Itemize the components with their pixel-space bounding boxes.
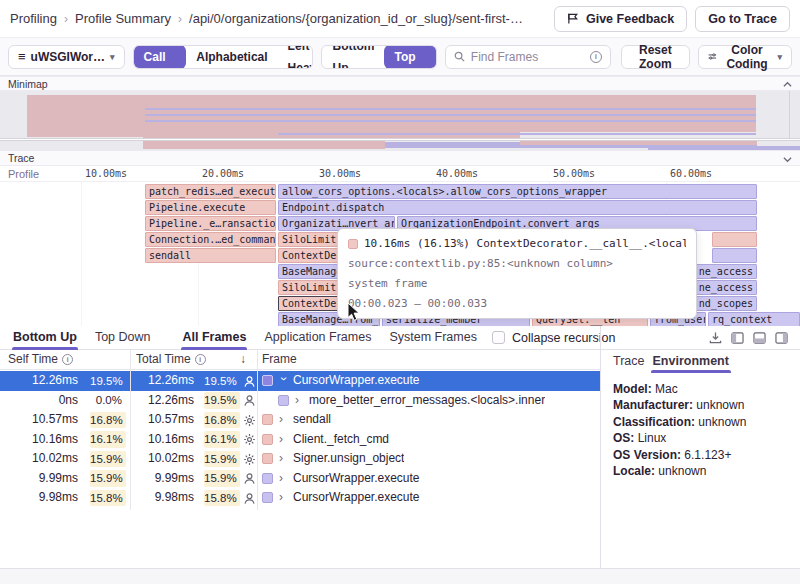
total-time-percent: 15.9% — [204, 451, 240, 468]
self-time-percent: 16.8% — [90, 412, 126, 429]
detail-field: Locale: unknown — [613, 463, 788, 479]
detail-field: Model: Mac — [613, 381, 788, 397]
self-time-value: 0ns — [8, 391, 78, 411]
table-row[interactable]: 10.02ms15.9%10.02ms15.9%›Signer.unsign_o… — [0, 449, 600, 469]
minimap-block — [520, 141, 757, 145]
frame-name-cell: ›more_better_error_messages.<locals>.inn… — [278, 391, 545, 411]
frame-name: Client._fetch_cmd — [293, 430, 389, 450]
table-row[interactable]: 10.16ms16.1%10.16ms16.1%›Client._fetch_c… — [0, 430, 600, 450]
breadcrumb-profiling[interactable]: Profiling — [10, 11, 57, 26]
table-row[interactable]: 12.26ms19.5%12.26ms19.5%›CursorWrapper.e… — [0, 371, 600, 391]
collapse-row-icon[interactable]: › — [273, 377, 293, 385]
table-row[interactable]: 10.57ms16.8%10.57ms16.8%›sendall — [0, 410, 600, 430]
minimap-canvas[interactable] — [0, 91, 800, 150]
column-divider[interactable] — [130, 350, 131, 510]
total-time-value: 10.02ms — [136, 449, 194, 469]
table-row[interactable]: 9.99ms15.9%9.99ms15.9%›CursorWrapper.exe… — [0, 469, 600, 489]
dock-bottom-icon[interactable] — [753, 332, 766, 344]
give-feedback-button[interactable]: Give Feedback — [554, 6, 687, 32]
user-frame-icon — [243, 492, 256, 505]
sliders-icon — [708, 51, 717, 62]
flame-frame[interactable]: patch_redis…ed_execute — [145, 184, 276, 199]
flame-frame[interactable]: Pipeline.execute — [145, 200, 276, 215]
breadcrumb-profile-summary[interactable]: Profile Summary — [75, 11, 171, 26]
flame-frame[interactable]: rq_context — [708, 312, 800, 326]
frame-name: CursorWrapper.execute — [293, 488, 420, 508]
tab-all-frames[interactable]: All Frames — [173, 326, 255, 350]
frame-name-cell: ›CursorWrapper.execute — [262, 371, 420, 391]
col-frame[interactable]: Frame — [262, 352, 297, 366]
flame-frame[interactable]: allow_cors_options.<locals>.allow_cors_o… — [278, 184, 757, 199]
direction-bottom-up[interactable]: Bottom Up — [322, 45, 384, 69]
sort-call-order[interactable]: Call Order — [134, 45, 187, 69]
tab-environment-details[interactable]: Environment — [651, 352, 731, 373]
self-time-percent: 16.1% — [90, 431, 126, 448]
chevron-down-icon: ▾ — [777, 52, 782, 62]
sort-left-heavy[interactable]: Left Heavy — [278, 45, 314, 69]
collapse-recursion-checkbox[interactable] — [492, 331, 505, 344]
user-frame-icon — [243, 375, 256, 388]
self-time-percent: 15.9% — [90, 451, 126, 468]
col-total-time-label: Total Time — [136, 352, 191, 366]
detail-field: Manufacturer: unknown — [613, 397, 788, 413]
expand-row-icon[interactable]: › — [279, 469, 287, 489]
trace-title: Trace — [8, 152, 34, 164]
table-row[interactable]: 0ns0.0%12.26ms19.5%›more_better_error_me… — [0, 391, 600, 411]
direction-segmented-control: Bottom Up Top Down — [321, 45, 436, 69]
download-icon[interactable] — [709, 331, 722, 344]
collapse-minimap-icon[interactable] — [783, 81, 792, 88]
minimap-divider — [789, 91, 790, 138]
thread-selector[interactable]: ≡ uWSGIWor… ▾ — [8, 45, 125, 69]
sort-alphabetical[interactable]: Alphabetical — [186, 46, 277, 68]
frame-table-header: Self Time i Total Time i ↓ Frame — [0, 350, 600, 370]
axis-gridline — [81, 182, 82, 326]
flame-frame[interactable]: Pipeline._e…ransaction — [145, 216, 276, 231]
flame-frame[interactable] — [712, 248, 757, 263]
col-self-time[interactable]: Self Time i — [8, 352, 73, 366]
search-input[interactable] — [471, 50, 584, 64]
flame-frame[interactable] — [712, 232, 757, 247]
total-time-value: 12.26ms — [136, 371, 194, 391]
expand-row-icon[interactable]: › — [279, 430, 287, 450]
find-frames-search[interactable]: i — [445, 45, 611, 69]
flame-frame[interactable]: sendall — [145, 248, 276, 263]
flame-frame[interactable]: Connection.…ed_command — [145, 232, 276, 247]
expand-row-icon[interactable]: › — [295, 391, 303, 411]
axis-tick-label: 20.00ms — [202, 168, 244, 179]
total-time-percent: 15.9% — [204, 470, 240, 487]
profiling-flamegraph-page: Profiling › Profile Summary › /api/0/org… — [0, 0, 800, 584]
tab-system-frames[interactable]: System Frames — [380, 326, 486, 350]
tab-trace-details[interactable]: Trace — [611, 352, 647, 373]
tooltip-frame-swatch — [348, 239, 358, 249]
frame-name: CursorWrapper.execute — [293, 469, 420, 489]
expand-row-icon[interactable]: › — [279, 488, 287, 508]
frame-name: CursorWrapper.execute — [293, 371, 420, 391]
col-total-time[interactable]: Total Time i — [136, 352, 206, 366]
color-coding-button[interactable]: Color Coding ▾ — [698, 45, 792, 69]
total-time-percent: 15.8% — [204, 490, 240, 507]
direction-top-down[interactable]: Top Down — [384, 45, 436, 69]
flame-frame[interactable]: Endpoint.dispatch — [278, 200, 757, 215]
frame-color-square — [262, 492, 273, 503]
expand-row-icon[interactable]: › — [279, 410, 287, 430]
tab-bottom-up[interactable]: Bottom Up — [4, 326, 86, 350]
tab-top-down[interactable]: Top Down — [86, 326, 160, 350]
reset-zoom-button[interactable]: Reset Zoom — [621, 45, 690, 69]
total-time-percent: 19.5% — [204, 373, 240, 390]
frame-table-body: 12.26ms19.5%12.26ms19.5%›CursorWrapper.e… — [0, 371, 600, 508]
dock-left-icon[interactable] — [731, 332, 744, 344]
total-time-percent: 19.5% — [204, 392, 240, 409]
go-to-trace-label: Go to Trace — [708, 12, 777, 26]
table-row[interactable]: 9.98ms15.8%9.98ms15.8%›CursorWrapper.exe… — [0, 488, 600, 508]
collapse-trace-icon[interactable] — [783, 156, 792, 163]
expand-row-icon[interactable]: › — [279, 449, 287, 469]
detail-field: OS Version: 6.1.123+ — [613, 447, 788, 463]
tab-application-frames[interactable]: Application Frames — [255, 326, 380, 350]
info-icon: i — [62, 354, 73, 365]
column-divider[interactable] — [257, 350, 258, 510]
dock-right-icon[interactable] — [775, 332, 788, 344]
go-to-trace-button[interactable]: Go to Trace — [695, 6, 790, 32]
sort-direction-icon[interactable]: ↓ — [240, 352, 246, 366]
tooltip-time-range: 00:00.023 — 00:00.033 — [348, 297, 686, 310]
total-time-value: 12.26ms — [136, 391, 194, 411]
